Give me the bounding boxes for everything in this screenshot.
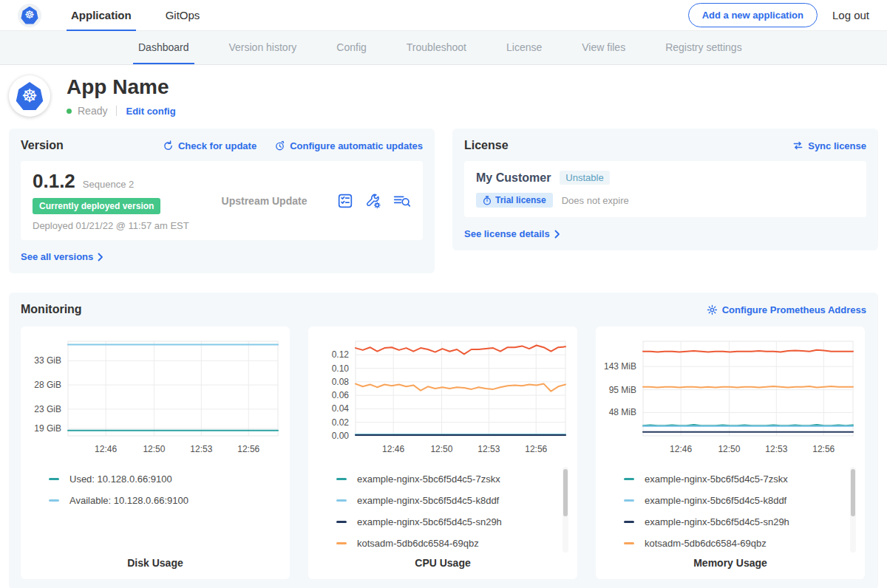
x-axis-label: 12:50 [143, 444, 165, 454]
chevron-right-icon [554, 230, 560, 239]
cpu-usage-plot: 0.120.100.080.060.040.020.0012:4612:5012… [314, 335, 571, 462]
ship-wheel-glyph: ☸ [24, 10, 34, 21]
y-axis-label: 95 MiB [609, 385, 636, 395]
x-axis-label: 12:53 [765, 444, 787, 454]
legend-series-name: example-nginx-5bc6f5d4c5-7zskx [357, 474, 500, 485]
y-axis-label: 28 GiB [34, 380, 61, 390]
plot-border [356, 341, 565, 436]
x-axis-label: 12:46 [95, 444, 117, 454]
legend-color-dash [624, 521, 634, 523]
clock-refresh-icon [274, 140, 285, 151]
ready-status-dot [67, 109, 72, 114]
x-axis-label: 12:53 [190, 444, 212, 454]
legend-item: example-nginx-5bc6f5d4c5-k8ddf [336, 490, 571, 511]
legend-color-dash [336, 478, 347, 480]
line-chart-svg: 143 MiB95 MiB48 MiB12:4612:5012:5312:56 [602, 335, 859, 459]
legend-scrollbar-thumb[interactable] [851, 469, 855, 516]
disk-usage-legend: Used: 10.128.0.66:9100Available: 10.128.… [27, 468, 284, 557]
chart-title: CPU Usage [308, 557, 577, 569]
ready-status-label: Ready [78, 105, 107, 117]
cpu-usage-legend: example-nginx-5bc6f5d4c5-7zskxexample-ng… [314, 468, 571, 557]
sequence-label: Sequence 2 [83, 179, 134, 190]
legend-item: Used: 10.128.0.66:9100 [49, 468, 284, 490]
legend-color-dash [624, 499, 634, 502]
app-kubernetes-icon: ☸ [9, 75, 50, 117]
legend-series-name: Available: 10.128.0.66:9100 [69, 495, 188, 506]
plot-border [68, 341, 278, 436]
tab-version-history[interactable]: Version history [209, 31, 317, 64]
tab-dashboard[interactable]: Dashboard [118, 31, 209, 64]
legend-item: kotsadm-5db6dc6584-69qbz [624, 533, 859, 554]
x-axis-label: 12:56 [812, 444, 835, 454]
legend-series-name: example-nginx-5bc6f5d4c5-sn29h [645, 516, 789, 527]
tab-view-files[interactable]: View files [562, 31, 645, 64]
top-navbar: ☸ Application GitOps Add a new applicati… [0, 0, 887, 31]
y-axis-label: 0.12 [332, 349, 350, 360]
legend-color-dash [49, 499, 59, 502]
see-license-details-link[interactable]: See license details [464, 228, 560, 239]
cpu-usage-chart-card: 0.120.100.080.060.040.020.0012:4612:5012… [308, 327, 577, 579]
configure-prometheus-link[interactable]: Configure Prometheus Address [707, 304, 866, 315]
version-number: 0.1.2 [33, 170, 75, 193]
stopwatch-icon [483, 196, 492, 205]
x-axis-label: 12:50 [430, 444, 452, 454]
line-chart-svg: 33 GiB28 GiB23 GiB19 GiB12:4612:5012:531… [27, 335, 284, 459]
plot-border [643, 341, 853, 436]
gear-icon [707, 304, 718, 315]
tab-config[interactable]: Config [316, 31, 386, 64]
legend-color-dash [336, 521, 347, 523]
app-subnav: Dashboard Version history Config Trouble… [0, 31, 887, 65]
license-card: License Sync license My Customer Unstabl… [452, 129, 878, 250]
legend-series-name: example-nginx-5bc6f5d4c5-7zskx [645, 474, 788, 485]
legend-item: example-nginx-5bc6f5d4c5-sn29h [336, 511, 571, 533]
monitoring-section: Monitoring Configure Prometheus Address … [9, 293, 878, 588]
logout-button[interactable]: Log out [832, 9, 869, 21]
memory-usage-chart-card: 143 MiB95 MiB48 MiB12:4612:5012:5312:56 … [596, 327, 865, 579]
sync-license-link[interactable]: Sync license [792, 140, 866, 151]
line-chart-svg: 0.120.100.080.060.040.020.0012:4612:5012… [314, 335, 571, 459]
legend-scrollbar[interactable] [850, 467, 856, 553]
legend-scrollbar-thumb[interactable] [563, 469, 568, 516]
monitoring-title: Monitoring [21, 303, 82, 316]
deployed-timestamp: Deployed 01/21/22 @ 11:57 am EST [33, 220, 191, 231]
legend-color-dash [336, 542, 347, 544]
view-diff-files-icon[interactable] [393, 194, 411, 208]
tab-registry-settings[interactable]: Registry settings [645, 31, 761, 64]
nav-tab-gitops[interactable]: GitOps [161, 0, 205, 31]
page-title: App Name [67, 75, 176, 99]
add-new-application-button[interactable]: Add a new application [688, 3, 818, 27]
y-axis-label: 0.06 [332, 390, 350, 400]
legend-item: example-nginx-5bc6f5d4c5-7zskx [336, 468, 571, 490]
trial-license-badge: Trial license [476, 193, 553, 208]
x-axis-label: 12:53 [478, 444, 500, 454]
legend-scrollbar[interactable] [563, 467, 568, 553]
legend-item: example-nginx-5bc6f5d4c5-7zskx [624, 468, 859, 490]
y-axis-label: 23 GiB [34, 404, 61, 414]
chart-title: Disk Usage [21, 557, 290, 569]
version-card-title: Version [21, 139, 64, 152]
legend-item: example-nginx-5bc6f5d4c5-sn29h [624, 511, 859, 533]
preflight-checks-icon[interactable] [337, 193, 353, 209]
nav-tab-application[interactable]: Application [67, 0, 136, 31]
customer-name: My Customer [476, 171, 551, 185]
edit-config-link[interactable]: Edit config [126, 106, 175, 117]
tab-troubleshoot[interactable]: Troubleshoot [387, 31, 486, 64]
divider [116, 106, 117, 116]
series-line [356, 384, 565, 392]
config-wrench-icon[interactable] [365, 193, 381, 209]
check-for-update-link[interactable]: Check for update [163, 140, 256, 151]
version-source-label: Upstream Update [191, 195, 337, 207]
memory-usage-legend: example-nginx-5bc6f5d4c5-7zskxexample-ng… [602, 468, 859, 557]
sync-arrows-icon [792, 140, 803, 151]
legend-series-name: example-nginx-5bc6f5d4c5-k8ddf [645, 495, 786, 506]
tab-license[interactable]: License [486, 31, 562, 64]
see-all-versions-link[interactable]: See all versions [21, 251, 103, 262]
x-axis-label: 12:56 [237, 444, 259, 454]
y-axis-label: 0.08 [332, 377, 350, 387]
app-header: ☸ App Name Ready Edit config [0, 65, 887, 129]
series-line [356, 346, 565, 355]
memory-usage-plot: 143 MiB95 MiB48 MiB12:4612:5012:5312:56 [602, 335, 859, 462]
configure-automatic-updates-link[interactable]: Configure automatic updates [274, 140, 423, 151]
license-details-panel: My Customer Unstable Trial license Does … [464, 161, 866, 217]
legend-item: Available: 10.128.0.66:9100 [49, 490, 284, 511]
